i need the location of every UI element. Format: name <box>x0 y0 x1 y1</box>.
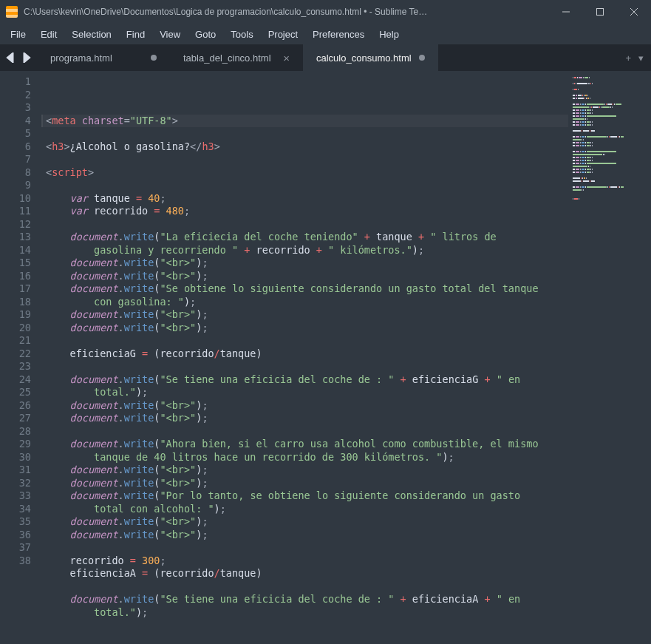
line-number: 5 <box>0 127 41 140</box>
code-line[interactable]: document.write("<br>"); <box>46 308 568 322</box>
line-number: 2 <box>0 89 41 102</box>
line-number: 28 <box>0 425 41 438</box>
code-line[interactable]: document.write("<br>"); <box>46 399 568 413</box>
code-line[interactable] <box>46 179 568 192</box>
svg-rect-1 <box>597 9 604 16</box>
code-line[interactable]: document.write("<br>"); <box>46 270 568 283</box>
line-number: 36 <box>0 529 41 542</box>
code-line[interactable]: var recorrido = 480; <box>46 205 568 218</box>
line-number: 12 <box>0 218 41 231</box>
minimap[interactable] <box>568 71 651 644</box>
line-number: 31 <box>0 464 41 477</box>
current-line-highlight <box>41 115 568 128</box>
nav-back-icon[interactable] <box>6 52 16 63</box>
line-number: 7 <box>0 153 41 166</box>
maximize-button[interactable] <box>583 0 617 24</box>
code-line[interactable]: total."); <box>46 606 568 620</box>
code-line[interactable]: document.write("Se tiene una eficicia de… <box>46 373 568 387</box>
tab-calculo_consumo-html[interactable]: calculo_consumo.html <box>303 44 438 71</box>
code-area[interactable]: <meta charset="UTF-8"> <h3>¿Alcohol o ga… <box>41 71 568 644</box>
code-line[interactable] <box>46 580 568 594</box>
code-line[interactable]: document.write("<br>"); <box>46 322 568 335</box>
menu-goto[interactable]: Goto <box>188 26 223 43</box>
menu-find[interactable]: Find <box>119 26 152 43</box>
code-line[interactable]: eficienciaA = (recorrido/tanque) <box>46 567 568 580</box>
code-line[interactable] <box>46 153 568 166</box>
line-number: 10 <box>0 192 41 206</box>
code-line[interactable] <box>46 632 568 645</box>
code-line[interactable]: <h3>¿Alcohol o gasolina?</h3> <box>46 140 568 154</box>
code-line[interactable]: gasolina y recorriendo " + recorrido + "… <box>46 244 568 257</box>
code-line[interactable]: recorrido = 300; <box>46 555 568 568</box>
line-number: 26 <box>0 399 41 413</box>
code-line[interactable] <box>46 127 568 140</box>
menubar: File Edit Selection Find View Goto Tools… <box>0 24 651 44</box>
code-line[interactable]: document.write("Por lo tanto, se obtiene… <box>46 489 568 503</box>
titlebar[interactable]: C:\Users\kevin\OneDrive\Documentos\Logic… <box>0 0 651 24</box>
menu-edit[interactable]: Edit <box>33 26 64 43</box>
menu-preferences[interactable]: Preferences <box>305 26 372 43</box>
menu-view[interactable]: View <box>152 26 188 43</box>
code-line[interactable]: var tanque = 40; <box>46 192 568 206</box>
tab-label: tabla_del_cinco.html <box>183 52 271 64</box>
code-line[interactable]: tanque de 40 litros hace un recorrido de… <box>46 451 568 464</box>
line-number: 29 <box>0 438 41 451</box>
tab-menu-icon[interactable]: ▾ <box>638 52 644 64</box>
line-number: 21 <box>0 334 41 348</box>
code-line[interactable]: document.write("<br>"); <box>46 477 568 490</box>
close-icon[interactable]: × <box>283 52 290 64</box>
code-line[interactable] <box>46 218 568 231</box>
code-line[interactable] <box>46 619 568 632</box>
code-line[interactable]: document.write("<br>"); <box>46 257 568 270</box>
code-line[interactable] <box>46 334 568 348</box>
line-number: 8 <box>0 166 41 180</box>
code-line[interactable]: document.write("<br>"); <box>46 515 568 529</box>
line-number: 22 <box>0 348 41 361</box>
line-number: 30 <box>0 451 41 464</box>
line-number: 25 <box>0 386 41 399</box>
code-line[interactable]: document.write("<br>"); <box>46 412 568 425</box>
tab-tabla_del_cinco-html[interactable]: tabla_del_cinco.html× <box>170 44 303 71</box>
code-line[interactable]: document.write("Se tiene una eficicia de… <box>46 593 568 606</box>
code-line[interactable]: document.write("La eficiecia del coche t… <box>46 231 568 244</box>
code-line[interactable]: document.write("<br>"); <box>46 464 568 477</box>
code-line[interactable] <box>46 425 568 438</box>
line-number: 38 <box>0 555 41 568</box>
menu-project[interactable]: Project <box>261 26 305 43</box>
line-number: 11 <box>0 205 41 218</box>
code-line[interactable]: document.write("<br>"); <box>46 529 568 542</box>
code-line[interactable]: total."); <box>46 386 568 399</box>
line-number: 15 <box>0 257 41 270</box>
menu-selection[interactable]: Selection <box>64 26 118 43</box>
menu-help[interactable]: Help <box>372 26 406 43</box>
line-number: 23 <box>0 360 41 373</box>
code-line[interactable]: eficienciaG = (recorrido/tanque) <box>46 348 568 361</box>
menu-tools[interactable]: Tools <box>223 26 260 43</box>
code-line[interactable]: con gasolina: "); <box>46 296 568 309</box>
line-number: 17 <box>0 282 41 296</box>
code-line[interactable]: <script> <box>46 166 568 180</box>
window-title: C:\Users\kevin\OneDrive\Documentos\Logic… <box>24 7 549 17</box>
line-number: 37 <box>0 541 41 555</box>
gutter: 1234567891011121314151617181920212223242… <box>0 71 41 644</box>
editor: 1234567891011121314151617181920212223242… <box>0 71 651 644</box>
code-line[interactable]: total con alcohol: "); <box>46 503 568 516</box>
minimize-button[interactable] <box>549 0 583 24</box>
code-line[interactable] <box>46 541 568 555</box>
line-number: 20 <box>0 322 41 335</box>
new-tab-icon[interactable]: + <box>625 52 631 64</box>
code-line[interactable]: document.write("Ahora bien, si el carro … <box>46 438 568 451</box>
tab-label: programa.html <box>50 52 112 64</box>
nav-forward-icon[interactable] <box>21 52 31 63</box>
menu-file[interactable]: File <box>3 26 33 43</box>
tab-programa-html[interactable]: programa.html <box>37 44 170 71</box>
code-line[interactable]: document.write("Se obtiene lo siguiente … <box>46 282 568 296</box>
window-controls <box>549 0 651 24</box>
code-line[interactable] <box>46 360 568 373</box>
close-window-button[interactable] <box>617 0 651 24</box>
tab-label: calculo_consumo.html <box>316 52 412 64</box>
line-number: 27 <box>0 412 41 425</box>
line-number: 24 <box>0 373 41 387</box>
line-number: 3 <box>0 101 41 115</box>
line-number: 14 <box>0 244 41 257</box>
